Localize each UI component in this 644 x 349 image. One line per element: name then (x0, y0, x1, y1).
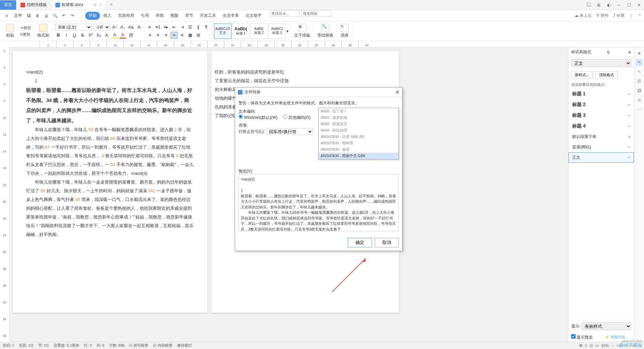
search-command[interactable] (270, 10, 300, 17)
enc-item[interactable]: ANSI/OEM - 日语 Shift-JIS (319, 134, 398, 140)
bold-icon[interactable]: B (55, 32, 62, 39)
find-replace[interactable]: 🔍查找替换 (316, 23, 335, 39)
style-h1[interactable]: AaBb(标题 1 (232, 23, 250, 39)
redo-icon[interactable]: ↷ (68, 12, 76, 20)
tool-pencil-icon[interactable]: ✎ (636, 59, 643, 66)
style-item-h4[interactable]: 标题 4↵ (569, 121, 634, 132)
justify-icon[interactable]: ≡ (171, 32, 177, 39)
sort-icon[interactable]: ☰ (187, 24, 194, 31)
grow-font-icon[interactable]: A↑ (111, 24, 118, 31)
cancel-button[interactable]: 取消 (375, 238, 399, 247)
tool-image-icon[interactable]: 🖼 (636, 87, 643, 94)
style-item-h3[interactable]: 标题 3↵ (569, 110, 634, 121)
style-h2[interactable]: AaBb(标题 2 (250, 23, 268, 39)
text-layout[interactable]: ≣文字排版 (293, 23, 312, 39)
menu-review[interactable]: 审阅 (152, 10, 167, 21)
menu-icon[interactable]: ≡ (3, 12, 11, 20)
view-page-icon[interactable]: ▯ (585, 343, 587, 348)
undo-icon[interactable]: ↶ (60, 12, 68, 20)
shading-icon[interactable]: ▦ (187, 32, 194, 39)
enc-item-selected[interactable]: ANSI/OEM - 简体中文 GBK (319, 153, 398, 159)
align-left-icon[interactable]: ≡ (147, 32, 153, 39)
text-effect-icon[interactable]: A (103, 32, 110, 39)
align-right-icon[interactable]: ≡ (163, 32, 169, 39)
styles-more-icon[interactable]: ▾ (286, 29, 288, 34)
style-item-default[interactable]: 默认段落字体a (569, 132, 634, 142)
decrease-indent-icon[interactable]: ⇤ (171, 24, 177, 31)
strike-icon[interactable]: S̶ (79, 32, 86, 39)
radio-windows[interactable]: Windows(默认)(W) (238, 114, 277, 120)
superscript-icon[interactable]: X² (87, 32, 94, 39)
status-page[interactable]: 页面: 1/2 (19, 343, 33, 348)
enc-item[interactable]: ANSI - 拉丁语 I (319, 108, 398, 114)
window-user-icon[interactable]: ◐ (604, 0, 614, 10)
share-button[interactable]: ⤴ 分享 (613, 13, 625, 18)
bullets-icon[interactable]: ≡· (147, 24, 153, 31)
print-icon[interactable]: 🖨 (42, 12, 50, 20)
status-pageno[interactable]: 页码: 1 (3, 343, 14, 348)
style-item-h1[interactable]: 标题 1↵ (569, 89, 634, 99)
menu-dev[interactable]: 开发工具 (197, 10, 219, 21)
menu-layout[interactable]: 页面布局 (115, 10, 138, 21)
style-h3[interactable]: AaBbC(标题 3 (268, 23, 286, 39)
saveas-icon[interactable]: 🗎 (34, 12, 42, 20)
zoom-out-icon[interactable]: − (611, 344, 613, 348)
italic-icon[interactable]: I (63, 32, 70, 39)
ruler-horizontal[interactable]: 246810121416182022242628303234363840 (9, 41, 644, 48)
tab-home[interactable]: 首页 (0, 0, 16, 10)
window-minimize[interactable]: — (614, 0, 624, 10)
style-item-body[interactable]: 正文↵ (569, 152, 634, 163)
search-template[interactable] (301, 10, 331, 17)
style-item-h2[interactable]: 标题 2↵ (569, 99, 634, 110)
menu-chapter[interactable]: 章节 (182, 10, 197, 21)
status-compat[interactable]: ☑ 内容检查 (153, 343, 172, 348)
eol-select[interactable]: 回车符/换行符 (266, 128, 313, 135)
copy-button[interactable]: ⎘ 复制 (20, 31, 31, 38)
tab-sync-icon[interactable]: ⟳ (94, 3, 97, 7)
window-close[interactable]: ✕ (634, 0, 644, 10)
font-select[interactable]: 宋体 (正文) (55, 24, 92, 31)
window-layout-icon[interactable]: ⿺ (584, 0, 594, 10)
menu-insert[interactable]: 插入 (100, 10, 115, 21)
view-web-icon[interactable]: ⊡ (590, 343, 593, 348)
underline-icon[interactable]: U (71, 32, 78, 39)
menu-start[interactable]: 开始 (85, 12, 100, 20)
numbering-icon[interactable]: ≡1 (155, 24, 161, 31)
distribute-icon[interactable]: ≡ (179, 32, 185, 39)
increase-indent-icon[interactable]: ⇥ (179, 24, 185, 31)
enc-item[interactable]: ANSI/OEM - 泰语 (319, 146, 398, 153)
clear-format-icon[interactable]: A̶ (136, 24, 142, 31)
ruler-vertical[interactable]: 2468101214161820222426283032343638 (0, 48, 9, 342)
dialog-close-icon[interactable]: ✕ (395, 90, 399, 95)
style-item-web[interactable]: 普通(网站)↵ (569, 142, 634, 152)
tool-target-icon[interactable]: ◎ (636, 97, 643, 103)
panel-pin-icon[interactable]: ⚲ (607, 50, 610, 55)
cloud-status[interactable]: ☁ 未上云 (575, 13, 592, 18)
ok-button[interactable]: 确定 (348, 238, 372, 247)
size-select[interactable]: 小四 (93, 24, 110, 31)
preview-icon[interactable]: 🔍 (51, 12, 59, 20)
zoom-value[interactable]: 92% (601, 344, 609, 348)
collab-button[interactable]: ⚲ 协作 (596, 13, 608, 18)
panel-close-icon[interactable]: ✕ (628, 50, 631, 55)
show-select[interactable]: 有效样式 (582, 322, 631, 330)
cut-button[interactable]: ✂ 剪切 (20, 25, 32, 31)
select-button[interactable]: ↖选择 (339, 23, 350, 39)
style-body[interactable]: AaBbCcD正文 (214, 23, 231, 39)
status-section[interactable]: 节: 1/1 (38, 343, 49, 348)
status-spell[interactable]: ☑ 拼写检查 (129, 343, 148, 348)
status-words[interactable]: 字数: 896 (109, 343, 124, 348)
menu-more-icon[interactable]: ⋮ (629, 13, 633, 18)
showmarks-icon[interactable]: ¶ (203, 24, 210, 31)
linespace-icon[interactable]: ‖ (195, 24, 202, 31)
tab-document[interactable]: 盼望着.docx⟳× (51, 0, 106, 10)
font-color-icon[interactable]: A (119, 32, 126, 39)
tab-close-icon[interactable]: × (100, 3, 102, 7)
view-read-icon[interactable]: ▭ (595, 343, 599, 348)
preview-checkbox[interactable]: 显示预览 (571, 335, 593, 340)
current-style-select[interactable]: 正文 (571, 59, 631, 67)
radio-other[interactable]: 其他编码(O): (283, 114, 311, 120)
change-case-icon[interactable]: Aa (127, 24, 134, 31)
tab-template[interactable]: 找稻壳模板 (16, 0, 51, 10)
save-icon[interactable]: 🖫 (25, 12, 33, 20)
